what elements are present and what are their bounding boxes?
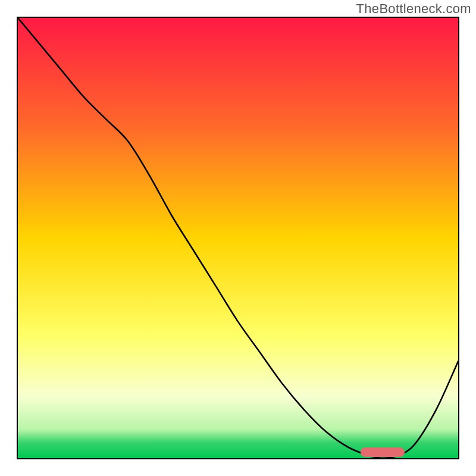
figure-root: TheBottleneck.com bbox=[0, 0, 476, 476]
watermark-text: TheBottleneck.com bbox=[356, 1, 471, 17]
plot-area bbox=[17, 17, 459, 459]
bottleneck-curve bbox=[18, 18, 458, 458]
optimal-range-marker bbox=[361, 447, 405, 457]
